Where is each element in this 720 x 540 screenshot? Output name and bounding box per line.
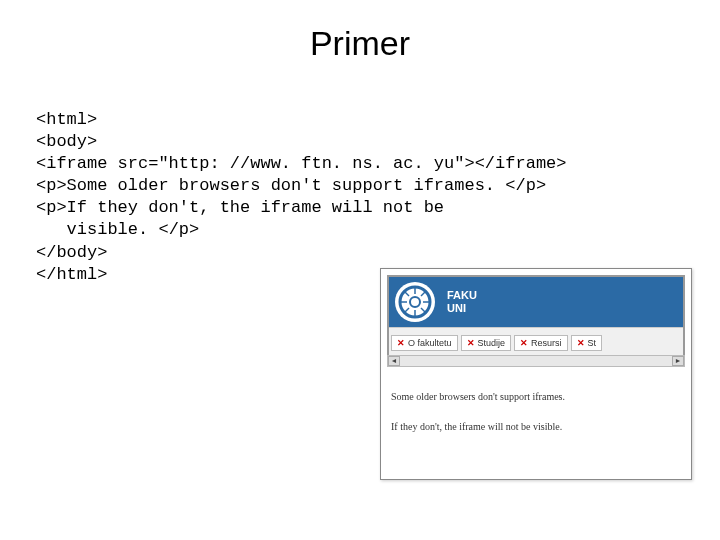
scroll-right-button[interactable]: ► [672, 356, 684, 366]
nav-item[interactable]: ✕Studije [461, 335, 512, 351]
svg-line-7 [421, 292, 425, 296]
nav-label: Resursi [531, 338, 562, 348]
code-line: <p>If they don't, the iframe will not be [36, 198, 444, 217]
site-header: FAKU UNI [389, 277, 683, 327]
nav-label: O fakultetu [408, 338, 452, 348]
horizontal-scrollbar[interactable]: ◄ ► [387, 355, 685, 367]
svg-line-5 [405, 292, 409, 296]
close-icon: ✕ [397, 338, 405, 348]
site-title-text: FAKU UNI [447, 289, 477, 314]
code-line: visible. </p> [36, 220, 199, 239]
close-icon: ✕ [467, 338, 475, 348]
nav-item[interactable]: ✕St [571, 335, 603, 351]
close-icon: ✕ [577, 338, 585, 348]
code-line: <p>Some older browsers don't support ifr… [36, 176, 546, 195]
iframe-rendered: FAKU UNI ✕O fakultetu ✕Studije ✕Resursi … [387, 275, 685, 361]
svg-line-6 [421, 308, 425, 312]
code-line: <html> [36, 110, 97, 129]
site-logo [395, 282, 435, 322]
site-title-line1: FAKU [447, 289, 477, 302]
gear-logo-icon [398, 285, 432, 319]
preview-paragraph: If they don't, the iframe will not be vi… [391, 421, 562, 432]
svg-line-8 [405, 308, 409, 312]
nav-label: Studije [478, 338, 506, 348]
code-line: </html> [36, 265, 107, 284]
svg-point-9 [410, 297, 420, 307]
code-block: <html> <body> <iframe src="http: //www. … [0, 63, 720, 286]
code-line: <body> [36, 132, 97, 151]
scroll-left-button[interactable]: ◄ [388, 356, 400, 366]
close-icon: ✕ [520, 338, 528, 348]
code-line: </body> [36, 243, 107, 262]
nav-label: St [588, 338, 597, 348]
nav-item[interactable]: ✕O fakultetu [391, 335, 458, 351]
preview-paragraph: Some older browsers don't support iframe… [391, 391, 565, 402]
site-title-line2: UNI [447, 302, 477, 315]
site-nav-bar: ✕O fakultetu ✕Studije ✕Resursi ✕St [389, 327, 683, 357]
nav-item[interactable]: ✕Resursi [514, 335, 568, 351]
browser-preview-panel: FAKU UNI ✕O fakultetu ✕Studije ✕Resursi … [380, 268, 692, 480]
slide-title: Primer [0, 0, 720, 63]
code-line: <iframe src="http: //www. ftn. ns. ac. y… [36, 154, 567, 173]
